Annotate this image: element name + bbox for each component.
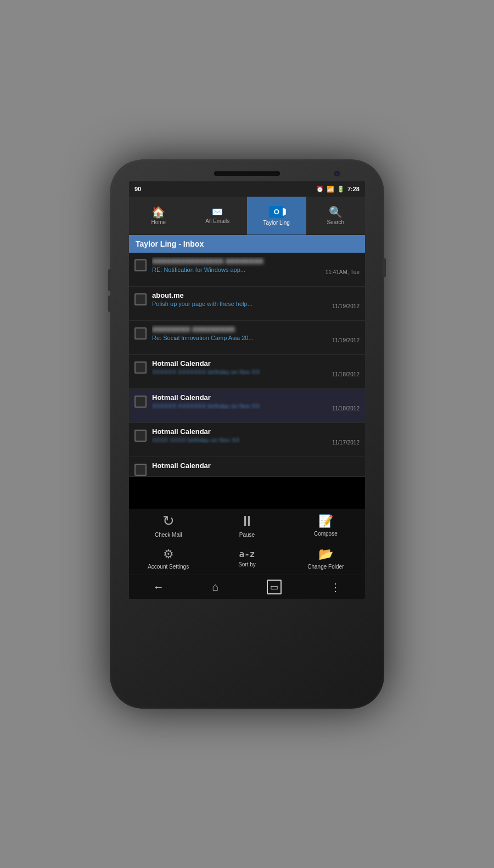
battery-icon: 🔋 xyxy=(337,186,345,193)
action-bar: ↻ Check Mail ⏸ Pause 📝 Compose ⚙ xyxy=(129,509,365,575)
email-sender: Hotmail Calendar xyxy=(152,359,329,368)
home-icon: 🏠 xyxy=(151,207,165,218)
email-item[interactable]: Hotmail Calendar XXXXXX XXXXXXX birthday… xyxy=(129,389,365,423)
change-folder-button[interactable]: 📂 Change Folder xyxy=(287,542,365,575)
email-list: XXXXXXXXXXXXXXX XXXXXXXX RE: Notificatio… xyxy=(129,253,365,509)
email-item[interactable]: Hotmail Calendar XXXX XXXX birthday on N… xyxy=(129,423,365,457)
email-content: about.me Polish up your page with these … xyxy=(152,291,329,307)
email-checkbox[interactable] xyxy=(134,396,147,408)
email-content: XXXXXXXXXXXXXXX XXXXXXXX RE: Notificatio… xyxy=(152,257,322,273)
email-sender: about.me xyxy=(152,291,329,299)
all-emails-icon: ✉️ xyxy=(212,208,223,216)
email-preview: XXXXXX XXXXXXX birthday on Nov XX xyxy=(152,403,329,409)
sort-by-button[interactable]: a-z Sort by xyxy=(207,542,286,575)
inbox-title: Taylor Ling - Inbox xyxy=(136,240,204,248)
sort-by-label: Sort by xyxy=(238,561,256,567)
email-checkbox[interactable] xyxy=(134,327,147,340)
email-subject: RE: Notification for Windows app... xyxy=(152,266,322,273)
pause-icon: ⏸ xyxy=(240,513,254,530)
outlook-icon: O xyxy=(269,206,284,218)
volume-up-button[interactable] xyxy=(108,269,111,291)
email-sender: Hotmail Calendar xyxy=(152,427,329,436)
volume-down-button[interactable] xyxy=(108,296,111,312)
action-row-1: ↻ Check Mail ⏸ Pause 📝 Compose xyxy=(129,509,365,542)
tab-bar: 🏠 Home ✉️ All Emails O Taylor Ling 🔍 Sea… xyxy=(129,197,365,235)
account-settings-button[interactable]: ⚙ Account Settings xyxy=(129,542,207,575)
check-mail-label: Check Mail xyxy=(155,532,182,538)
email-subject: Polish up your page with these help... xyxy=(152,301,329,307)
email-content: XXXXXXXX XXXXXXXXX Re: Social Innovation… xyxy=(152,325,329,341)
email-content: Hotmail Calendar XXXXXX XXXXXXX birthday… xyxy=(152,393,329,409)
email-date: 11/18/2012 xyxy=(332,405,360,411)
email-preview: XXXX XXXX birthday on Nov XX xyxy=(152,437,329,443)
check-mail-button[interactable]: ↻ Check Mail xyxy=(129,509,207,542)
email-item[interactable]: about.me Polish up your page with these … xyxy=(129,287,365,321)
email-checkbox[interactable] xyxy=(134,430,147,442)
email-date: 11/19/2012 xyxy=(332,337,360,343)
recents-button[interactable]: ▭ xyxy=(267,580,282,594)
phone-speaker xyxy=(214,171,280,176)
email-item[interactable]: Hotmail Calendar XXXXXX XXXXXXX birthday… xyxy=(129,355,365,389)
tab-taylor-ling-label: Taylor Ling xyxy=(263,220,290,226)
email-sender: Hotmail Calendar xyxy=(152,393,329,402)
email-checkbox[interactable] xyxy=(134,259,147,271)
compose-label: Compose xyxy=(314,531,338,537)
change-folder-label: Change Folder xyxy=(307,564,344,570)
pause-label: Pause xyxy=(239,532,255,538)
search-icon: 🔍 xyxy=(329,207,343,218)
check-mail-icon: ↻ xyxy=(162,513,175,530)
status-bar: 90 ⏰ 📶 🔋 7:28 xyxy=(129,181,365,197)
back-button[interactable]: ← xyxy=(153,581,164,593)
sort-icon: a-z xyxy=(239,549,255,559)
signal-strength: 90 xyxy=(134,186,141,192)
email-date: 11/19/2012 xyxy=(332,303,360,309)
tab-all-emails[interactable]: ✉️ All Emails xyxy=(188,197,248,235)
inbox-header: Taylor Ling - Inbox xyxy=(129,235,365,253)
phone-device: 90 ⏰ 📶 🔋 7:28 🏠 Home ✉️ All Emails xyxy=(110,159,384,709)
email-item[interactable]: XXXXXXXXXXXXXXX XXXXXXXX RE: Notificatio… xyxy=(129,253,365,287)
tab-search-label: Search xyxy=(327,219,344,225)
nav-bar: ← ⌂ ▭ ⋮ xyxy=(129,575,365,599)
email-checkbox[interactable] xyxy=(134,361,147,374)
email-sender: XXXXXXXXXXXXXXX XXXXXXXX xyxy=(152,257,322,265)
wifi-icon: 📶 xyxy=(327,186,334,193)
email-content: Hotmail Calendar xyxy=(152,461,360,471)
tab-taylor-ling[interactable]: O Taylor Ling xyxy=(247,197,306,235)
email-sender: XXXXXXXX XXXXXXXXX xyxy=(152,325,329,333)
email-content: Hotmail Calendar XXXX XXXX birthday on N… xyxy=(152,427,329,443)
tab-home[interactable]: 🏠 Home xyxy=(129,197,188,235)
settings-icon: ⚙ xyxy=(163,547,174,561)
home-nav-button[interactable]: ⌂ xyxy=(212,581,219,593)
email-checkbox[interactable] xyxy=(134,293,147,305)
email-item[interactable]: Hotmail Calendar xyxy=(129,457,365,477)
email-item[interactable]: XXXXXXXX XXXXXXXXX Re: Social Innovation… xyxy=(129,321,365,355)
clock: 7:28 xyxy=(347,186,360,192)
action-row-2: ⚙ Account Settings a-z Sort by 📂 Change … xyxy=(129,542,365,575)
email-subject: Re: Social Innovation Camp Asia 20... xyxy=(152,335,329,341)
tab-home-label: Home xyxy=(151,219,166,225)
account-settings-label: Account Settings xyxy=(148,564,189,570)
email-sender: Hotmail Calendar xyxy=(152,461,360,470)
folder-icon: 📂 xyxy=(318,547,333,561)
compose-button[interactable]: 📝 Compose xyxy=(287,509,365,542)
email-date: 11/18/2012 xyxy=(332,371,360,377)
email-date: 11/17/2012 xyxy=(332,439,360,446)
pause-button[interactable]: ⏸ Pause xyxy=(207,509,286,542)
alarm-icon: ⏰ xyxy=(316,186,324,193)
camera xyxy=(334,170,340,177)
email-content: Hotmail Calendar XXXXXX XXXXXXX birthday… xyxy=(152,359,329,375)
power-button[interactable] xyxy=(383,258,386,277)
tab-all-emails-label: All Emails xyxy=(205,218,229,224)
tab-search[interactable]: 🔍 Search xyxy=(306,197,366,235)
compose-icon: 📝 xyxy=(318,514,333,528)
email-date: 11:41AM, Tue xyxy=(325,269,360,275)
phone-bottom xyxy=(129,599,365,632)
menu-button[interactable]: ⋮ xyxy=(330,581,341,594)
email-preview: XXXXXX XXXXXXX birthday on Nov XX xyxy=(152,369,329,375)
email-checkbox[interactable] xyxy=(134,464,147,476)
screen: 90 ⏰ 📶 🔋 7:28 🏠 Home ✉️ All Emails xyxy=(129,181,365,599)
